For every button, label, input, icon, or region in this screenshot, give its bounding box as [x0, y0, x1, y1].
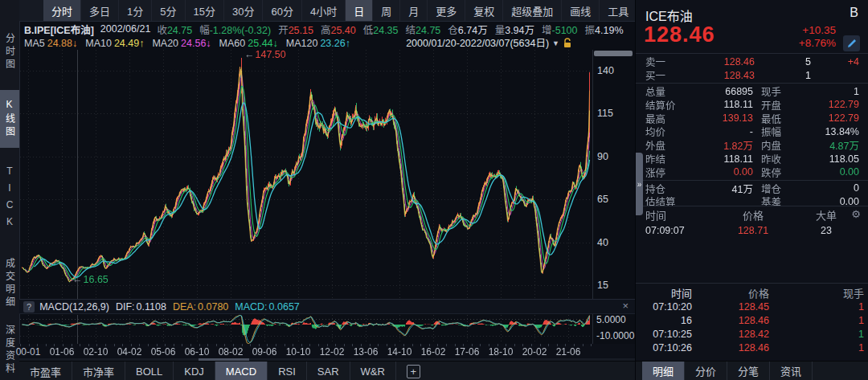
date-range-group: 2000/01/20-2022/03/07(5634日) ▼: [406, 35, 572, 51]
ma-field-MA5: MA524.88↓: [24, 38, 77, 49]
indicator-tab-MACD[interactable]: MACD: [215, 362, 268, 380]
stat-value: 1: [806, 86, 859, 97]
time-tick-02-10: 02-10: [84, 346, 108, 358]
tick-cell: 128.46: [692, 315, 769, 326]
help-icon[interactable]: ?: [23, 301, 35, 313]
detail-tab-明细[interactable]: 明细: [642, 362, 685, 380]
macd-values: DIF:0.1108DEA:0.0780MACD:0.0657: [116, 301, 306, 313]
toolbar-button-画线[interactable]: 画线: [562, 0, 600, 21]
toolbar-button-工具[interactable]: 工具: [600, 0, 637, 21]
chevron-right-icon: »: [637, 180, 642, 189]
tick-row[interactable]: 07:10:26128.461: [636, 341, 868, 354]
period-tab-月[interactable]: 月: [400, 0, 428, 21]
period-tab-5分[interactable]: 5分: [152, 0, 185, 21]
indicator-tab-SAR[interactable]: SAR: [307, 362, 350, 380]
quote-field-label: 低: [363, 25, 374, 36]
tick-table-header: 时间价格现手: [636, 286, 868, 300]
big-order-col-大单: 大单: [793, 207, 859, 223]
time-tick-21-06: 21-06: [556, 346, 581, 358]
divider: [636, 206, 868, 206]
period-tab-4小时[interactable]: 4小时: [302, 0, 346, 21]
detail-tab-分价[interactable]: 分价: [685, 362, 727, 380]
big-order-cell: 07:09:07: [645, 225, 713, 236]
macd-item-label: DEA:: [173, 301, 196, 313]
tick-row[interactable]: 07:10:20128.451: [636, 300, 868, 313]
toolbar-button-超级叠加[interactable]: 超级叠加: [503, 0, 562, 21]
stat-label: 跌停: [761, 165, 806, 180]
edit-note-button[interactable]: [843, 35, 860, 51]
period-tab-15分[interactable]: 15分: [186, 0, 224, 21]
sidebar-item-3[interactable]: TICK: [0, 161, 19, 238]
left-view-sidebar: 分时图K线图TICK成交明细深度资料: [0, 0, 20, 380]
period-tab-60分[interactable]: 60分: [263, 0, 301, 21]
ma-value: 23.26↑: [320, 38, 350, 49]
sidebar-item-1[interactable]: 分时图: [0, 27, 19, 77]
add-indicator-button[interactable]: +: [407, 365, 420, 378]
panel-collapse-handle[interactable]: »: [636, 153, 643, 215]
stats-row: 总量66895现手1: [636, 84, 868, 98]
quote-field-开: 开25.15: [278, 22, 313, 37]
toolbar-button-复权[interactable]: 复权: [465, 0, 503, 21]
ma-value: 24.49↑: [114, 38, 145, 49]
big-order-col-价格: 价格: [713, 207, 793, 223]
tick-row[interactable]: 16128.461: [636, 313, 868, 327]
chevron-down-icon[interactable]: ▼: [552, 39, 559, 47]
detail-tab-资讯[interactable]: 资讯: [770, 362, 813, 380]
indicator-tab-市盈率[interactable]: 市盈率: [19, 362, 72, 380]
period-tab-日[interactable]: 日: [346, 0, 373, 21]
stat-value: 66895: [690, 86, 753, 97]
stats-row: 外盘1.82万内盘4.87万: [636, 138, 868, 152]
stat-label: 涨停: [645, 165, 690, 180]
tick-row[interactable]: 07:10:25128.421: [636, 327, 868, 341]
bid-price: 128.43: [682, 70, 755, 81]
atl-label: ←16.65: [72, 274, 108, 285]
period-tab-更多[interactable]: 更多: [428, 0, 465, 21]
ma-field-MA120: MA12023.26↑: [286, 38, 350, 49]
quote-field-振: 振4.19%: [585, 22, 624, 37]
close-icon[interactable]: ×: [619, 300, 632, 312]
price-tick-140: 140: [597, 65, 614, 76]
time-tick-06-10: 06-10: [185, 346, 210, 358]
tick-cell: 07:10:20: [645, 301, 692, 313]
ma-value: 24.88↓: [47, 38, 78, 49]
indicator-tab-RSI[interactable]: RSI: [268, 362, 307, 380]
unlock-icon[interactable]: [563, 38, 572, 48]
ma-value: 25.44↓: [248, 38, 278, 49]
indicator-tab-BOLL[interactable]: BOLL: [125, 362, 174, 380]
indicator-tab-bar: 市盈率市净率BOLLKDJMACDRSISARW&R+: [19, 361, 635, 380]
indicator-tab-市净率[interactable]: 市净率: [72, 362, 125, 380]
quote-field-低: 低24.35: [363, 22, 399, 37]
indicator-tab-W&R[interactable]: W&R: [350, 362, 396, 380]
sidebar-item-4[interactable]: 成交明细: [0, 251, 19, 317]
gear-icon[interactable]: ⚙: [851, 208, 861, 220]
detail-tab-分笔[interactable]: 分笔: [727, 362, 770, 380]
time-tick-00-01: 00-01: [16, 346, 41, 358]
date-range-selector[interactable]: 2000/01/20-2022/03/07(5634日): [406, 35, 549, 51]
period-tab-多日[interactable]: 多日: [81, 0, 119, 21]
big-order-row: 07:09:07128.7123: [636, 223, 868, 237]
macd-tick-upper: 5.0000: [596, 314, 626, 325]
price-tick-15: 15: [597, 280, 608, 291]
period-tab-1分[interactable]: 1分: [119, 0, 152, 21]
ma-label: MA20: [152, 38, 178, 49]
period-tab-分时[interactable]: 分时: [43, 0, 81, 21]
period-tab-group: 分时多日1分5分15分30分60分4小时日周月更多: [43, 0, 465, 21]
divider: [636, 283, 868, 284]
ma-field-MA20: MA2024.56↓: [152, 38, 211, 49]
quote-field-value: 24.75: [167, 25, 192, 36]
main-chart-canvas[interactable]: [20, 50, 592, 299]
period-tab-30分[interactable]: 30分: [224, 0, 263, 21]
time-tick-01-06: 01-06: [50, 346, 75, 358]
trading-app-window: 分时图K线图TICK成交明细深度资料 分时多日1分5分15分30分60分4小时日…: [0, 0, 868, 380]
ma-label: MA10: [85, 38, 112, 49]
period-tab-周[interactable]: 周: [373, 0, 400, 21]
stat-value: 118.05: [806, 153, 859, 165]
sidebar-item-2[interactable]: K线图: [0, 90, 19, 148]
stat-value: 13.84%: [806, 126, 859, 137]
macd-chart-canvas[interactable]: [20, 315, 592, 344]
stats-row: 涨停0.00跌停0.00: [636, 165, 868, 179]
vertical-scrollbar-thumb[interactable]: [594, 51, 633, 56]
ma-label: MA120: [286, 38, 318, 49]
indicator-tab-KDJ[interactable]: KDJ: [174, 362, 215, 380]
ma-value: 24.56↓: [181, 38, 211, 49]
